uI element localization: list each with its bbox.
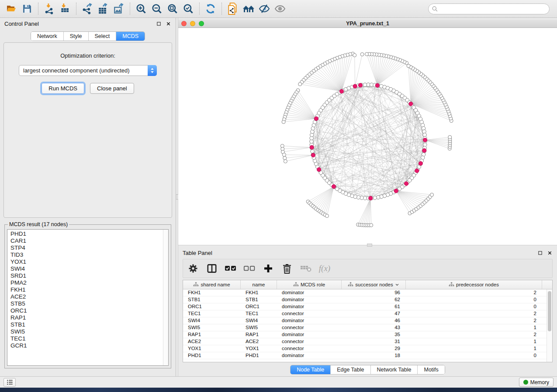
add-column-button[interactable] bbox=[263, 263, 274, 274]
result-list-item[interactable]: CAR1 bbox=[10, 237, 162, 244]
criterion-select[interactable]: largest connected component (undirected) bbox=[19, 65, 157, 76]
share-network-button[interactable] bbox=[225, 2, 241, 16]
mcds-node[interactable] bbox=[353, 84, 357, 88]
table-row[interactable]: SWI4SWI4dominator462 bbox=[183, 317, 552, 324]
network-leaf-node[interactable] bbox=[448, 135, 452, 139]
save-session-button[interactable] bbox=[19, 2, 35, 16]
network-leaf-node[interactable] bbox=[298, 83, 302, 86]
export-network-button[interactable] bbox=[80, 2, 95, 16]
mcds-node[interactable] bbox=[332, 185, 336, 189]
column-header-predecessor-nodes[interactable]: predecessor nodes bbox=[406, 280, 542, 289]
network-leaf-node[interactable] bbox=[430, 193, 434, 196]
zoom-in-button[interactable] bbox=[133, 2, 149, 16]
mcds-node[interactable] bbox=[339, 89, 343, 93]
result-list-item[interactable]: FKH1 bbox=[10, 286, 162, 293]
table-scrollbar-thumb[interactable] bbox=[548, 291, 551, 331]
table-tab-motifs[interactable]: Motifs bbox=[418, 365, 444, 374]
table-row[interactable]: SWI5SWI5connector431 bbox=[183, 324, 552, 331]
mcds-node[interactable] bbox=[423, 138, 427, 142]
result-list-item[interactable]: STB1 bbox=[10, 321, 162, 328]
close-panel-button[interactable]: Close panel bbox=[90, 83, 134, 94]
close-panel-icon[interactable] bbox=[547, 250, 553, 256]
mcds-node[interactable] bbox=[409, 102, 413, 106]
mcds-node[interactable] bbox=[358, 83, 362, 87]
mcds-node[interactable] bbox=[394, 189, 398, 193]
table-row[interactable]: YOX1YOX1connector291 bbox=[183, 345, 552, 352]
mcds-node[interactable] bbox=[415, 169, 419, 173]
table-settings-button[interactable] bbox=[187, 263, 199, 274]
column-header-MCDS-role[interactable]: MCDS role bbox=[277, 280, 342, 289]
tab-select[interactable]: Select bbox=[89, 32, 117, 41]
result-list-item[interactable]: PMA2 bbox=[10, 279, 162, 286]
zoom-out-button[interactable] bbox=[149, 2, 165, 16]
result-list-item[interactable]: STP4 bbox=[10, 244, 162, 251]
table-tab-node-table[interactable]: Node Table bbox=[291, 365, 331, 374]
export-image-button[interactable] bbox=[111, 2, 127, 16]
select-all-button[interactable] bbox=[225, 263, 236, 274]
apply-layout-button[interactable] bbox=[203, 2, 218, 16]
table-row[interactable]: RAP1RAP1dominator352 bbox=[183, 331, 552, 338]
column-header-shared-name[interactable]: shared name bbox=[183, 280, 241, 289]
search-box[interactable] bbox=[428, 3, 550, 14]
delete-column-button[interactable] bbox=[281, 263, 293, 274]
network-view[interactable] bbox=[178, 28, 557, 245]
network-leaf-node[interactable] bbox=[360, 52, 364, 56]
export-table-button[interactable] bbox=[95, 2, 111, 16]
float-panel-icon[interactable] bbox=[156, 21, 162, 27]
network-home-button[interactable] bbox=[241, 2, 256, 16]
network-leaf-node[interactable] bbox=[365, 52, 369, 56]
zoom-fit-button[interactable] bbox=[165, 2, 180, 16]
result-list-item[interactable]: RAP1 bbox=[10, 314, 162, 321]
mcds-node[interactable] bbox=[419, 162, 422, 165]
result-list-item[interactable]: TEC1 bbox=[10, 335, 162, 342]
close-panel-icon[interactable] bbox=[166, 21, 171, 27]
network-leaf-node[interactable] bbox=[282, 120, 285, 124]
mcds-node[interactable] bbox=[310, 145, 314, 149]
hide-panel-button[interactable] bbox=[256, 2, 272, 16]
result-list-item[interactable]: ACE2 bbox=[10, 293, 162, 300]
result-list-item[interactable]: ORC1 bbox=[10, 307, 162, 314]
memory-button[interactable]: Memory bbox=[519, 378, 554, 387]
mcds-node[interactable] bbox=[404, 182, 408, 186]
table-row[interactable]: TEC1TEC1connector472 bbox=[183, 310, 552, 317]
result-list-item[interactable]: GCR1 bbox=[10, 342, 162, 349]
result-list-item[interactable]: SRD1 bbox=[10, 272, 162, 279]
import-table-button[interactable] bbox=[57, 2, 73, 16]
tab-network[interactable]: Network bbox=[31, 32, 64, 41]
table-row[interactable]: ACE2ACE2connector311 bbox=[183, 338, 552, 345]
table-tab-edge-table[interactable]: Edge Table bbox=[331, 365, 370, 374]
network-node[interactable] bbox=[363, 83, 367, 87]
result-list-item[interactable]: PHD1 bbox=[10, 230, 162, 237]
search-input[interactable] bbox=[440, 6, 546, 12]
float-panel-icon[interactable] bbox=[537, 250, 543, 256]
task-history-button[interactable] bbox=[3, 378, 16, 387]
table-tab-network-table[interactable]: Network Table bbox=[371, 365, 418, 374]
network-window-titlebar[interactable]: YPA_prune.txt_1 bbox=[178, 20, 557, 28]
network-leaf-node[interactable] bbox=[283, 156, 287, 160]
mcds-node[interactable] bbox=[314, 117, 318, 120]
table-row[interactable]: ORC1ORC1dominator610 bbox=[183, 303, 552, 310]
mcds-node[interactable] bbox=[375, 83, 379, 87]
mcds-result-list[interactable]: PHD1CAR1STP4TID3YOX1SWI4SRD1PMA2FKH1ACE2… bbox=[7, 229, 169, 366]
column-header-name[interactable]: name bbox=[241, 280, 277, 289]
mcds-node[interactable] bbox=[311, 153, 315, 157]
result-list-item[interactable]: SWI4 bbox=[10, 265, 162, 272]
network-leaf-node[interactable] bbox=[282, 153, 286, 157]
network-leaf-node[interactable] bbox=[370, 224, 373, 227]
tab-mcds[interactable]: MCDS bbox=[116, 32, 145, 41]
result-list-item[interactable]: YOX1 bbox=[10, 258, 162, 265]
result-list-item[interactable]: TID3 bbox=[10, 251, 162, 258]
mcds-node[interactable] bbox=[422, 148, 426, 152]
node-table[interactable]: shared namenameMCDS rolesuccessor nodesp… bbox=[183, 280, 553, 362]
result-list-scrollbar[interactable] bbox=[163, 230, 168, 365]
result-list-item[interactable]: SWI5 bbox=[10, 328, 162, 335]
table-row[interactable]: PHD1PHD1dominator180 bbox=[183, 352, 552, 359]
open-file-button[interactable] bbox=[3, 2, 19, 16]
table-row[interactable]: STB1STB1dominator620 bbox=[183, 296, 552, 303]
splitter-grip-icon[interactable] bbox=[367, 244, 372, 247]
deselect-all-button[interactable] bbox=[244, 263, 255, 274]
zoom-selected-button[interactable] bbox=[180, 2, 196, 16]
mcds-node[interactable] bbox=[369, 196, 373, 200]
tab-style[interactable]: Style bbox=[64, 32, 89, 41]
network-leaf-node[interactable] bbox=[325, 214, 329, 218]
